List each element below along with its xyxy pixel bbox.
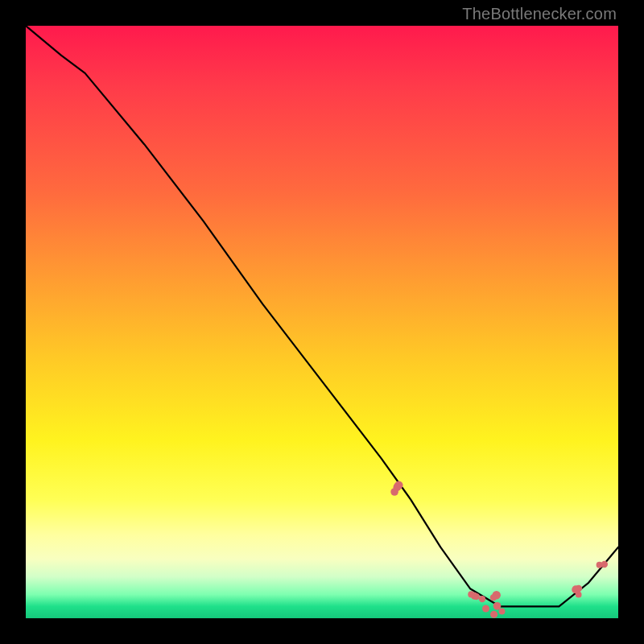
data-marker xyxy=(394,483,400,489)
curve-layer xyxy=(26,26,618,618)
bottleneck-curve xyxy=(26,26,618,606)
chart-frame: TheBottlenecker.com xyxy=(0,0,644,644)
plot-area xyxy=(26,26,618,618)
data-marker xyxy=(572,585,580,593)
data-marker xyxy=(482,605,489,613)
data-marker xyxy=(493,602,502,610)
data-marker xyxy=(490,594,497,601)
data-marker xyxy=(601,561,608,568)
data-markers xyxy=(390,481,608,617)
watermark-text: TheBottlenecker.com xyxy=(462,5,617,23)
data-marker xyxy=(490,611,497,618)
data-marker xyxy=(468,591,474,597)
data-marker xyxy=(499,609,506,615)
data-marker xyxy=(479,596,485,602)
